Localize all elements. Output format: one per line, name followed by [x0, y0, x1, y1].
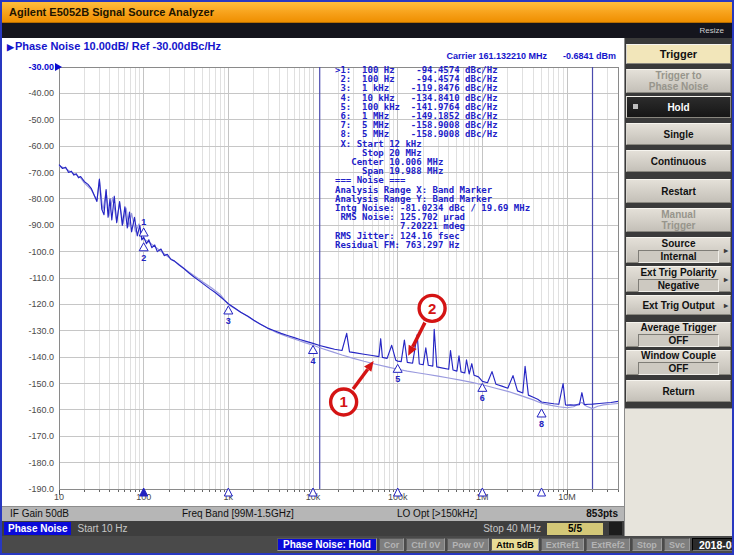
panel-empty-area — [625, 408, 732, 536]
trace-marker-number: 1 — [141, 217, 146, 227]
annotation-number: 1 — [339, 393, 347, 410]
softkey-panel: Trigger Trigger to Phase Noise Hold Sing… — [624, 38, 732, 536]
y-axis-tick-label: -150.0 — [28, 379, 54, 389]
trace-marker-icon — [224, 306, 233, 314]
selected-bullet-icon — [633, 104, 638, 109]
softkey-hold[interactable]: Hold — [626, 96, 731, 118]
y-axis-tick-label: -70.00 — [28, 168, 54, 178]
trace-marker-number: 5 — [395, 374, 400, 384]
status-chip-svc: Svc — [664, 538, 690, 551]
submenu-arrow-icon: ▸ — [724, 245, 728, 256]
y-axis-tick-label: -130.0 — [28, 326, 54, 336]
y-axis-tick-label: -80.00 — [28, 194, 54, 204]
x-axis-tick-label: 10M — [558, 492, 576, 502]
trace-marker-number: 3 — [226, 316, 231, 326]
y-axis-tick-label: -140.0 — [28, 352, 54, 362]
softkey-trigger-to-phase-noise: Trigger to Phase Noise — [626, 69, 731, 93]
trace-marker-number: 4 — [311, 356, 316, 366]
app-window: Agilent E5052B Signal Source Analyzer Re… — [0, 0, 734, 555]
y-axis-tick-label: -190.0 — [28, 484, 54, 494]
softkey-continuous[interactable]: Continuous — [626, 150, 731, 172]
carrier-frequency: Carrier 161.132210 MHz — [446, 51, 547, 61]
window-title: Agilent E5052B Signal Source Analyzer — [9, 6, 214, 18]
softkey-restart[interactable]: Restart — [626, 179, 731, 203]
plot-svg: -30.00-40.00-50.00-60.00-70.00-80.00-90.… — [2, 38, 624, 505]
y-axis-tick-label: -110.0 — [29, 273, 54, 283]
sweep-bar: Phase Noise Start 10 Hz Stop 40 MHz 5/5 — [2, 521, 624, 536]
annotation-arrow — [353, 369, 368, 389]
trace-marker-number: 2 — [141, 253, 146, 263]
softkey-menu-title: Trigger — [626, 44, 731, 64]
y-axis-tick-label: -30.00 — [28, 62, 54, 72]
carrier-readout: Carrier 161.132210 MHz-0.6841 dBm — [446, 51, 616, 61]
y-axis-tick-label: -40.00 — [28, 88, 54, 98]
measurement-mode-badge: Phase Noise — [4, 522, 71, 535]
y-axis-tick-label: -60.00 — [28, 141, 54, 151]
measurement-info-bar: IF Gain 50dB Freq Band [99M-1.5GHz] LO O… — [2, 506, 624, 521]
sweep-start-readout: Start 10 Hz — [77, 523, 127, 534]
status-chip-ctrl: Ctrl 0V — [406, 538, 445, 551]
softkey-source[interactable]: Source Internal ▸ — [626, 237, 731, 263]
y-axis-tick-label: -120.0 — [28, 299, 54, 309]
if-gain-readout: IF Gain 50dB — [10, 508, 69, 519]
status-datetime: 2018-08-27 19:46 — [692, 538, 734, 551]
y-axis-tick-label: -50.00 — [28, 115, 54, 125]
status-chip-extref1: ExtRef1 — [541, 538, 585, 551]
y-axis-tick-label: -90.00 — [28, 220, 54, 230]
status-chip-pow: Pow 0V — [447, 538, 489, 551]
x-axis-tick-label: 10 — [54, 492, 64, 502]
y-axis-tick-label: -180.0 — [28, 458, 54, 468]
sweep-stop-readout: Stop 40 MHz — [483, 523, 541, 534]
status-spacer — [6, 538, 275, 551]
freq-band-readout: Freq Band [99M-1.5GHz] — [182, 508, 294, 519]
trace-marker-number: 8 — [539, 419, 544, 429]
y-axis-tick-label: -170.0 — [28, 431, 54, 441]
trace-info-readout: ▶Phase Noise 10.00dB/ Ref -30.00dBc/Hz — [7, 40, 221, 52]
sweep-indicator — [609, 522, 622, 535]
status-chip-stop: Stop — [632, 538, 662, 551]
trace-scale-label: Phase Noise 10.00dB/ Ref -30.00dBc/Hz — [15, 40, 221, 52]
status-chip-cor: Cor — [379, 538, 405, 551]
softkey-average-trigger[interactable]: Average Trigger OFF — [626, 322, 731, 347]
softkey-window-couple[interactable]: Window Couple OFF — [626, 350, 731, 375]
annotation-number: 2 — [428, 300, 436, 317]
menubar: Resize — [2, 23, 732, 38]
submenu-arrow-icon: ▸ — [724, 274, 728, 285]
softkey-ext-trig-polarity[interactable]: Ext Trig Polarity Negative ▸ — [626, 266, 731, 292]
status-bar: Phase Noise: Hold Cor Ctrl 0V Pow 0V Att… — [2, 536, 732, 553]
status-chip-attn: Attn 5dB — [491, 538, 539, 551]
y-axis-tick-label: -100.0 — [28, 247, 54, 257]
submenu-arrow-icon: ▸ — [724, 300, 728, 311]
phase-noise-chart: ▶Phase Noise 10.00dB/ Ref -30.00dBc/Hz C… — [2, 38, 624, 506]
average-count-badge: 5/5 — [547, 523, 603, 535]
softkey-manual-trigger: Manual Trigger — [626, 208, 731, 232]
softkey-ext-trig-output[interactable]: Ext Trig Output ▸ — [626, 295, 731, 315]
titlebar[interactable]: Agilent E5052B Signal Source Analyzer — [2, 2, 732, 23]
status-chip-extref2: ExtRef2 — [586, 538, 630, 551]
lo-opt-readout: LO Opt [>150kHz] — [397, 508, 477, 519]
points-readout: 853pts — [586, 508, 618, 519]
status-measurement-state: Phase Noise: Hold — [277, 538, 377, 551]
carrier-power: -0.6841 dBm — [563, 51, 616, 61]
softkey-single[interactable]: Single — [626, 123, 731, 145]
trace-marker-number: 6 — [480, 393, 485, 403]
resize-button[interactable]: Resize — [700, 26, 724, 35]
y-axis-tick-label: -160.0 — [28, 405, 54, 415]
active-trace-icon: ▶ — [7, 42, 14, 52]
softkey-return[interactable]: Return — [626, 380, 731, 402]
